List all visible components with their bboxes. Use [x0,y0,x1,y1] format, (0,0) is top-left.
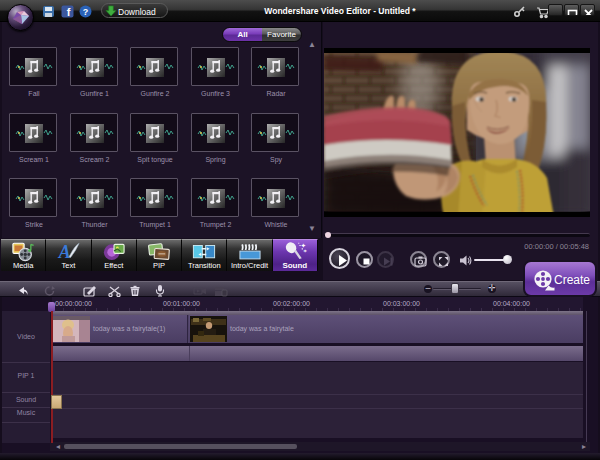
svg-text:✦: ✦ [303,248,307,254]
svg-text:?: ? [83,7,89,17]
svg-text:A: A [58,242,71,262]
svg-text:f: f [67,6,71,18]
